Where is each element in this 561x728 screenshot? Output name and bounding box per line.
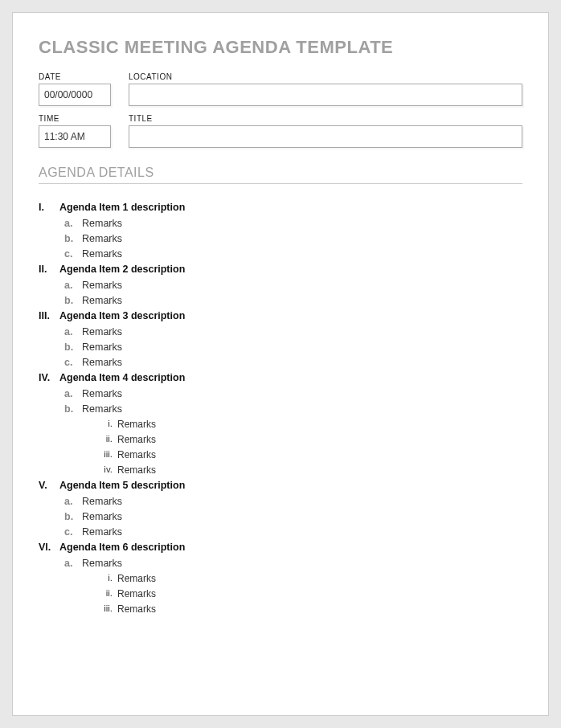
agenda-item-title: Agenda Item 6 description <box>59 542 185 553</box>
agenda-sub-letter: b. <box>64 511 82 522</box>
agenda-item-header: III.Agenda Item 3 description <box>39 310 522 321</box>
agenda-subsub-text: Remarks <box>117 449 156 460</box>
agenda-sub-item: a.Remarks <box>39 496 522 507</box>
agenda-sub-letter: a. <box>64 388 82 399</box>
agenda-details-header: AGENDA DETAILS <box>39 166 522 180</box>
agenda-item-numeral: VI. <box>39 542 59 553</box>
agenda-sub-item: a.Remarks <box>39 558 522 569</box>
time-label: TIME <box>39 114 111 123</box>
agenda-sub-item: a.Remarks <box>39 280 522 291</box>
agenda-sub-item: c.Remarks <box>39 526 522 538</box>
agenda-subsub-numeral: i. <box>98 573 117 584</box>
agenda-item-header: V.Agenda Item 5 description <box>39 480 522 491</box>
agenda-item-header: VI.Agenda Item 6 description <box>39 542 522 553</box>
agenda-subsub-text: Remarks <box>117 573 156 584</box>
agenda-sub-letter: c. <box>64 357 82 368</box>
agenda-subsub-item: iv.Remarks <box>39 464 522 476</box>
agenda-sub-letter: a. <box>64 558 82 569</box>
agenda-subsub-text: Remarks <box>117 588 156 599</box>
agenda-item: V.Agenda Item 5 descriptiona.Remarksb.Re… <box>39 480 522 538</box>
agenda-sub-item: b.Remarks <box>39 295 522 306</box>
agenda-sub-letter: a. <box>64 326 82 337</box>
agenda-sub-letter: b. <box>64 233 82 244</box>
location-input[interactable] <box>129 84 522 106</box>
agenda-subsub-item: i.Remarks <box>39 573 522 584</box>
agenda-item-numeral: V. <box>39 480 59 491</box>
agenda-sub-text: Remarks <box>82 233 122 244</box>
agenda-sub-item: b.Remarks <box>39 233 522 244</box>
title-field-group: TITLE <box>129 114 522 148</box>
agenda-subsub-numeral: iii. <box>98 449 117 460</box>
agenda-sub-item: b.Remarks <box>39 403 522 415</box>
agenda-item: III.Agenda Item 3 descriptiona.Remarksb.… <box>39 310 522 368</box>
agenda-subsub-numeral: iii. <box>98 603 117 615</box>
agenda-sub-item: a.Remarks <box>39 388 522 399</box>
agenda-item-header: I.Agenda Item 1 description <box>39 202 522 213</box>
agenda-sub-text: Remarks <box>82 218 122 229</box>
agenda-sub-letter: c. <box>64 526 82 538</box>
agenda-item-header: IV.Agenda Item 4 description <box>39 372 522 383</box>
agenda-sub-text: Remarks <box>82 526 122 538</box>
agenda-subsub-item: i.Remarks <box>39 419 522 430</box>
agenda-item-title: Agenda Item 2 description <box>59 264 185 275</box>
agenda-sub-letter: b. <box>64 342 82 353</box>
agenda-sub-text: Remarks <box>82 357 122 368</box>
agenda-item-header: II.Agenda Item 2 description <box>39 264 522 275</box>
agenda-sub-letter: a. <box>64 280 82 291</box>
time-input[interactable] <box>39 125 111 148</box>
agenda-sub-item: c.Remarks <box>39 357 522 368</box>
agenda-item-title: Agenda Item 4 description <box>59 372 185 383</box>
agenda-subsub-text: Remarks <box>117 434 156 445</box>
title-input[interactable] <box>129 125 522 148</box>
location-label: LOCATION <box>129 72 522 81</box>
date-input[interactable] <box>39 84 111 106</box>
time-field-group: TIME <box>39 114 111 148</box>
agenda-list: I.Agenda Item 1 descriptiona.Remarksb.Re… <box>39 202 522 615</box>
agenda-sub-letter: b. <box>64 295 82 306</box>
agenda-sub-item: a.Remarks <box>39 218 522 229</box>
agenda-sub-text: Remarks <box>82 326 122 337</box>
document-page: CLASSIC MEETING AGENDA TEMPLATE DATE LOC… <box>12 12 549 716</box>
agenda-sub-text: Remarks <box>82 342 122 353</box>
agenda-sub-item: b.Remarks <box>39 511 522 522</box>
agenda-subsub-numeral: iv. <box>98 464 117 476</box>
form-row-1: DATE LOCATION <box>39 72 522 106</box>
page-title: CLASSIC MEETING AGENDA TEMPLATE <box>39 37 522 58</box>
agenda-subsub-text: Remarks <box>117 419 156 430</box>
agenda-sub-item: b.Remarks <box>39 342 522 353</box>
title-label: TITLE <box>129 114 522 123</box>
agenda-item-title: Agenda Item 3 description <box>59 310 185 321</box>
agenda-sub-text: Remarks <box>82 511 122 522</box>
agenda-item: I.Agenda Item 1 descriptiona.Remarksb.Re… <box>39 202 522 260</box>
agenda-sub-letter: a. <box>64 218 82 229</box>
agenda-item-title: Agenda Item 1 description <box>59 202 185 213</box>
agenda-sub-text: Remarks <box>82 496 122 507</box>
agenda-sub-text: Remarks <box>82 403 122 415</box>
agenda-sub-text: Remarks <box>82 558 122 569</box>
agenda-item-title: Agenda Item 5 description <box>59 480 185 491</box>
agenda-subsub-numeral: ii. <box>98 434 117 445</box>
agenda-item: VI.Agenda Item 6 descriptiona.Remarksi.R… <box>39 542 522 615</box>
agenda-subsub-numeral: ii. <box>98 588 117 599</box>
date-label: DATE <box>39 72 111 81</box>
agenda-sub-text: Remarks <box>82 248 122 260</box>
agenda-sub-letter: b. <box>64 403 82 415</box>
agenda-item-numeral: III. <box>39 310 59 321</box>
agenda-sub-text: Remarks <box>82 388 122 399</box>
agenda-sub-text: Remarks <box>82 280 122 291</box>
section-divider <box>39 183 522 184</box>
agenda-subsub-item: iii.Remarks <box>39 603 522 615</box>
agenda-item-numeral: II. <box>39 264 59 275</box>
agenda-sub-item: a.Remarks <box>39 326 522 337</box>
agenda-sub-text: Remarks <box>82 295 122 306</box>
date-field-group: DATE <box>39 72 111 106</box>
agenda-item: IV.Agenda Item 4 descriptiona.Remarksb.R… <box>39 372 522 476</box>
agenda-sub-letter: a. <box>64 496 82 507</box>
agenda-subsub-numeral: i. <box>98 419 117 430</box>
agenda-sub-item: c.Remarks <box>39 248 522 260</box>
agenda-subsub-item: iii.Remarks <box>39 449 522 460</box>
agenda-subsub-item: ii.Remarks <box>39 588 522 599</box>
agenda-subsub-item: ii.Remarks <box>39 434 522 445</box>
agenda-subsub-text: Remarks <box>117 603 156 615</box>
form-row-2: TIME TITLE <box>39 114 522 148</box>
